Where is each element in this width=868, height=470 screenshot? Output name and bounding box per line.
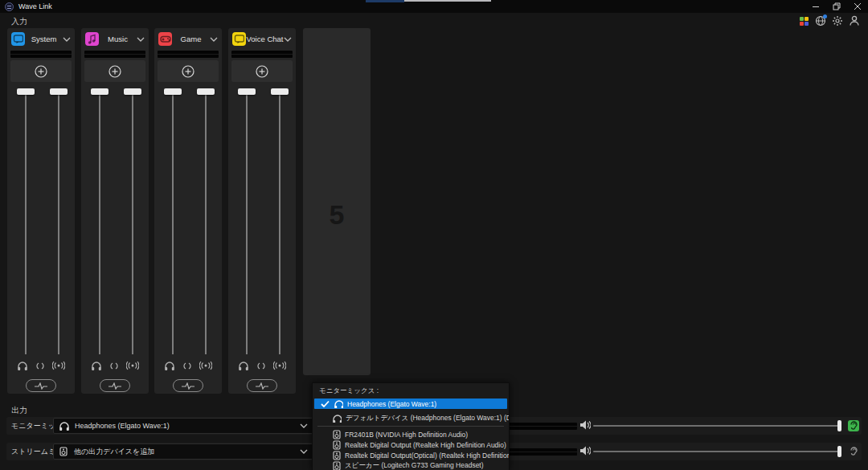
channel-strip-system: System xyxy=(7,28,75,394)
monitor-mix-volume-handle[interactable] xyxy=(837,420,841,431)
fader-handle[interactable] xyxy=(17,88,35,95)
stream-mix-device-select[interactable]: 他の出力デバイスを追加 xyxy=(53,443,313,460)
waveform-effects-button[interactable] xyxy=(173,379,203,392)
channel-strip-music: Music xyxy=(81,28,149,394)
headphones-monitor-icon[interactable] xyxy=(17,361,28,371)
link-channels-icon[interactable] xyxy=(109,362,119,370)
dropdown-item-device[interactable]: スピーカー (Logitech G733 Gaming Headset) xyxy=(313,460,509,470)
channel-header[interactable]: Game xyxy=(154,28,222,50)
channel-name: Voice Chat xyxy=(246,35,284,43)
chevron-down-icon[interactable] xyxy=(210,36,218,43)
add-effect-button[interactable] xyxy=(84,60,145,82)
add-effect-button[interactable] xyxy=(231,60,293,82)
input-section-label: 入力 xyxy=(11,16,27,27)
close-button[interactable] xyxy=(847,0,868,13)
fader-track-left[interactable] xyxy=(246,91,248,354)
fader-track-left[interactable] xyxy=(25,91,27,354)
account-person-icon[interactable] xyxy=(849,15,860,27)
fader-handle[interactable] xyxy=(50,88,68,95)
dropdown-title: モニターミックス : xyxy=(313,383,509,398)
chevron-down-icon[interactable] xyxy=(137,36,145,43)
dropdown-item-selected[interactable]: Headphones (Elgato Wave:1) xyxy=(314,398,507,409)
monitor-listen-button-inactive[interactable] xyxy=(848,446,859,457)
dropdown-item-label: Headphones (Elgato Wave:1) xyxy=(347,400,436,408)
check-icon xyxy=(321,400,330,407)
stream-broadcast-icon[interactable] xyxy=(273,361,286,370)
app-toolbar xyxy=(798,15,860,27)
fader-handle[interactable] xyxy=(91,88,108,95)
chevron-down-icon[interactable] xyxy=(284,36,292,43)
output-section-label: 出力 xyxy=(11,405,27,416)
fader-track-left[interactable] xyxy=(172,91,174,354)
channel-name: System xyxy=(25,35,63,43)
fader-track-left[interactable] xyxy=(99,91,100,354)
channel-name: Game xyxy=(172,35,210,43)
fader-track-right[interactable] xyxy=(132,91,133,354)
monitor-mix-level-meter xyxy=(508,423,577,430)
minimize-button[interactable] xyxy=(805,0,826,13)
updates-globe-icon[interactable] xyxy=(815,15,826,27)
channel-header[interactable]: Music xyxy=(81,28,149,50)
channel-level-meter xyxy=(158,51,219,58)
stream-broadcast-icon[interactable] xyxy=(52,361,65,370)
chevron-down-icon xyxy=(300,423,308,429)
channel-header[interactable]: Voice Chat xyxy=(228,28,296,50)
stream-broadcast-icon[interactable] xyxy=(126,361,139,370)
stream-mix-device-value: 他の出力デバイスを追加 xyxy=(74,447,294,457)
chevron-down-icon[interactable] xyxy=(63,36,71,43)
settings-gear-icon[interactable] xyxy=(832,15,843,27)
dropdown-item-label: Realtek Digital Output(Optical) (Realtek… xyxy=(345,452,510,460)
add-effect-button[interactable] xyxy=(10,60,72,82)
stream-mix-level-meter xyxy=(508,448,577,456)
monitor-mix-device-value: Headphones (Elgato Wave:1) xyxy=(75,422,294,430)
channel-strip-game: Game xyxy=(154,28,222,394)
dropdown-item-device[interactable]: FR2401B (NVIDIA High Definition Audio) xyxy=(313,429,509,439)
speaker-volume-icon xyxy=(579,420,591,430)
marketplace-icon[interactable] xyxy=(798,15,809,27)
headphones-monitor-icon[interactable] xyxy=(238,361,249,371)
fader-track-right[interactable] xyxy=(58,91,59,354)
monitor-mix-volume-slider[interactable] xyxy=(593,425,841,427)
stream-mix-volume-slider[interactable] xyxy=(593,451,841,452)
fader-handle[interactable] xyxy=(124,88,141,95)
dropdown-item-label: FR2401B (NVIDIA High Definition Audio) xyxy=(345,431,468,439)
headphones-monitor-icon[interactable] xyxy=(164,361,175,371)
fader-handle[interactable] xyxy=(164,88,182,95)
channel-level-meter xyxy=(231,51,293,58)
add-effect-button[interactable] xyxy=(158,60,219,82)
headphones-monitor-icon[interactable] xyxy=(91,361,102,371)
link-channels-icon[interactable] xyxy=(35,362,45,370)
background-window-artifact-blue xyxy=(366,0,404,2)
waveform-effects-button[interactable] xyxy=(26,379,56,392)
link-channels-icon[interactable] xyxy=(256,362,266,370)
monitor-mix-device-select[interactable]: Headphones (Elgato Wave:1) xyxy=(53,418,313,434)
wave-link-logo-icon xyxy=(5,2,14,11)
waveform-effects-button[interactable] xyxy=(100,379,130,392)
dropdown-item-device[interactable]: Realtek Digital Output (Realtek High Def… xyxy=(313,439,509,450)
update-badge xyxy=(823,14,827,18)
fader-track-right[interactable] xyxy=(279,91,280,354)
restore-button[interactable] xyxy=(826,0,847,13)
wave-link-window: Wave Link 入力 System xyxy=(0,0,868,470)
monitor-listen-button-active[interactable] xyxy=(848,420,859,431)
fader-handle[interactable] xyxy=(238,88,256,95)
voice-chat-channel-icon xyxy=(232,32,246,46)
dropdown-item-device[interactable]: Realtek Digital Output(Optical) (Realtek… xyxy=(313,450,509,460)
title-bar: Wave Link xyxy=(0,0,868,13)
headphones-icon xyxy=(334,399,343,408)
waveform-effects-button[interactable] xyxy=(247,379,277,392)
fader-handle[interactable] xyxy=(271,88,289,95)
speaker-device-icon xyxy=(332,440,341,450)
channel-header[interactable]: System xyxy=(7,28,75,50)
speaker-device-icon xyxy=(332,430,341,439)
stream-mix-volume-handle[interactable] xyxy=(837,446,841,457)
stream-broadcast-icon[interactable] xyxy=(199,361,212,370)
channel-level-meter xyxy=(10,51,72,58)
fader-track-right[interactable] xyxy=(205,91,207,354)
fader-handle[interactable] xyxy=(197,88,215,95)
system-channel-icon xyxy=(11,32,25,46)
channel-slot-empty[interactable]: 5 xyxy=(303,28,371,375)
dropdown-item-default-device[interactable]: デフォルトデバイス (Headphones (Elgato Wave:1) (D… xyxy=(313,413,509,423)
link-channels-icon[interactable] xyxy=(182,362,192,370)
speaker-device-icon xyxy=(332,461,341,470)
